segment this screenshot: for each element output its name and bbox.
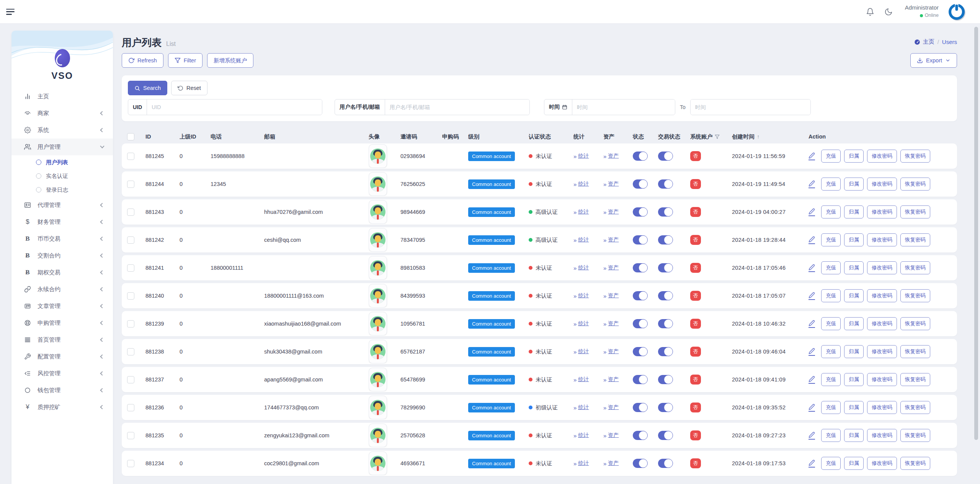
sidebar-subitem-user-list[interactable]: 用户列表 xyxy=(11,155,113,169)
recover-password-button[interactable]: 恢复密码 xyxy=(900,457,930,470)
filter-button[interactable]: Filter xyxy=(168,53,203,68)
sort-ascending-icon[interactable]: ↑ xyxy=(757,134,760,140)
recover-password-button[interactable]: 恢复密码 xyxy=(900,317,930,330)
dark-mode-moon-icon[interactable] xyxy=(884,8,893,16)
change-password-button[interactable]: 修改密码 xyxy=(867,205,897,218)
sidebar-item-wallet-management[interactable]: 钱包管理 xyxy=(11,382,113,399)
select-all-checkbox[interactable] xyxy=(127,133,134,140)
status-toggle[interactable] xyxy=(633,291,647,300)
recharge-button[interactable]: 充值 xyxy=(821,373,841,386)
trade-status-toggle[interactable] xyxy=(658,459,673,468)
add-system-account-button[interactable]: 新增系统账户 xyxy=(207,53,253,68)
trade-status-toggle[interactable] xyxy=(658,403,673,412)
breadcrumb-home-link[interactable]: 主页 xyxy=(914,38,934,46)
sidebar-item-risk-management[interactable]: 风控管理 xyxy=(11,365,113,382)
trade-status-toggle[interactable] xyxy=(658,431,673,440)
status-toggle[interactable] xyxy=(633,152,647,161)
status-toggle[interactable] xyxy=(633,403,647,412)
row-checkbox[interactable] xyxy=(127,292,134,300)
trade-status-toggle[interactable] xyxy=(658,207,673,217)
recharge-button[interactable]: 充值 xyxy=(821,205,841,218)
recharge-button[interactable]: 充值 xyxy=(821,401,841,414)
breadcrumb-current[interactable]: Users xyxy=(942,39,957,45)
uid-input[interactable] xyxy=(147,99,322,115)
edit-icon[interactable] xyxy=(808,376,815,384)
row-checkbox[interactable] xyxy=(127,404,134,411)
edit-icon[interactable] xyxy=(808,432,815,440)
notification-bell-icon[interactable] xyxy=(866,8,874,16)
recover-password-button[interactable]: 恢复密码 xyxy=(900,178,930,191)
trade-status-toggle[interactable] xyxy=(658,347,673,356)
sidebar-item-staking-mining[interactable]: ¥ 质押挖矿 xyxy=(11,399,113,416)
change-password-button[interactable]: 修改密码 xyxy=(867,373,897,386)
stats-link[interactable]: »统计 xyxy=(573,181,589,187)
recover-password-button[interactable]: 恢复密码 xyxy=(900,289,930,302)
status-toggle[interactable] xyxy=(633,179,647,189)
assets-link[interactable]: »资产 xyxy=(603,209,619,215)
sidebar-subitem-real-name-auth[interactable]: 实名认证 xyxy=(11,169,113,183)
logo[interactable]: VSO xyxy=(11,31,113,81)
stats-link[interactable]: »统计 xyxy=(573,236,589,243)
ownership-button[interactable]: 归属 xyxy=(844,261,864,274)
status-toggle[interactable] xyxy=(633,319,647,328)
row-checkbox[interactable] xyxy=(127,181,134,188)
assets-link[interactable]: »资产 xyxy=(603,404,619,411)
recover-password-button[interactable]: 恢复密码 xyxy=(900,233,930,246)
assets-link[interactable]: »资产 xyxy=(603,460,619,467)
row-checkbox[interactable] xyxy=(127,264,134,272)
change-password-button[interactable]: 修改密码 xyxy=(867,317,897,330)
sidebar-item-delivery-contract[interactable]: Ƀ 交割合约 xyxy=(11,247,113,264)
status-toggle[interactable] xyxy=(633,375,647,384)
row-checkbox[interactable] xyxy=(127,348,134,355)
row-checkbox[interactable] xyxy=(127,153,134,160)
ownership-button[interactable]: 归属 xyxy=(844,401,864,414)
status-toggle[interactable] xyxy=(633,431,647,440)
sidebar-item-config-management[interactable]: 配置管理 xyxy=(11,348,113,365)
row-checkbox[interactable] xyxy=(127,376,134,383)
recover-password-button[interactable]: 恢复密码 xyxy=(900,150,930,163)
sidebar-item-article-management[interactable]: 文章管理 xyxy=(11,298,113,315)
sidebar-item-home[interactable]: 主页 xyxy=(11,88,113,105)
assets-link[interactable]: »资产 xyxy=(603,264,619,271)
assets-link[interactable]: »资产 xyxy=(603,348,619,355)
row-checkbox[interactable] xyxy=(127,460,134,467)
assets-link[interactable]: »资产 xyxy=(603,432,619,439)
recharge-button[interactable]: 充值 xyxy=(821,233,841,246)
sidebar-subitem-login-log[interactable]: 登录日志 xyxy=(11,183,113,197)
sidebar-item-perpetual-contract[interactable]: 永续合约 xyxy=(11,281,113,298)
sidebar-item-option-trade[interactable]: Ƀ 期权交易 xyxy=(11,264,113,281)
edit-icon[interactable] xyxy=(808,460,815,468)
status-toggle[interactable] xyxy=(633,207,647,217)
edit-icon[interactable] xyxy=(808,292,815,300)
status-toggle[interactable] xyxy=(633,235,647,244)
row-checkbox[interactable] xyxy=(127,320,134,328)
edit-icon[interactable] xyxy=(808,404,815,412)
ownership-button[interactable]: 归属 xyxy=(844,205,864,218)
sidebar-item-finance-management[interactable]: $ 财务管理 xyxy=(11,213,113,230)
stats-link[interactable]: »统计 xyxy=(573,153,589,160)
sidebar-item-homepage-management[interactable]: 首页管理 xyxy=(11,331,113,348)
recover-password-button[interactable]: 恢复密码 xyxy=(900,401,930,414)
sidebar-item-user-management[interactable]: 用户管理 用户列表实名认证登录日志 xyxy=(11,139,113,197)
trade-status-toggle[interactable] xyxy=(658,152,673,161)
stats-link[interactable]: »统计 xyxy=(573,348,589,355)
time-from-input[interactable] xyxy=(572,99,675,115)
row-checkbox[interactable] xyxy=(127,432,134,439)
time-to-input[interactable] xyxy=(691,99,810,115)
edit-icon[interactable] xyxy=(808,320,815,328)
ownership-button[interactable]: 归属 xyxy=(844,233,864,246)
status-toggle[interactable] xyxy=(633,263,647,272)
change-password-button[interactable]: 修改密码 xyxy=(867,150,897,163)
edit-icon[interactable] xyxy=(808,236,815,244)
trade-status-toggle[interactable] xyxy=(658,263,673,272)
change-password-button[interactable]: 修改密码 xyxy=(867,457,897,470)
ownership-button[interactable]: 归属 xyxy=(844,345,864,358)
trade-status-toggle[interactable] xyxy=(658,319,673,328)
recharge-button[interactable]: 充值 xyxy=(821,261,841,274)
status-toggle[interactable] xyxy=(633,347,647,356)
status-toggle[interactable] xyxy=(633,459,647,468)
recharge-button[interactable]: 充值 xyxy=(821,289,841,302)
recharge-button[interactable]: 充值 xyxy=(821,317,841,330)
ownership-button[interactable]: 归属 xyxy=(844,457,864,470)
sidebar-item-agent-management[interactable]: 代理管理 xyxy=(11,197,113,213)
